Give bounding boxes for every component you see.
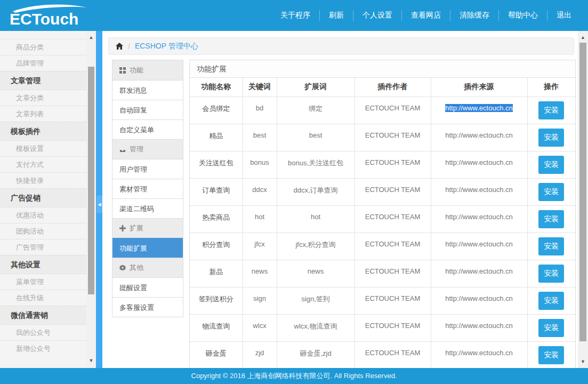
operation-cell: 安装 bbox=[527, 287, 575, 314]
header-menu-help-center[interactable]: 帮助中心 bbox=[499, 11, 547, 20]
kw-cell: zjd bbox=[243, 341, 277, 368]
column-header: 功能名称 bbox=[190, 78, 243, 97]
scroll-up-icon[interactable]: ▲ bbox=[578, 34, 588, 41]
name-cell: 订单查询 bbox=[190, 178, 243, 205]
ext-cell: hot bbox=[277, 205, 355, 233]
sidebar-item-groupbuy-activities[interactable]: 团购活动 bbox=[0, 223, 86, 239]
name-cell: 新品 bbox=[190, 260, 243, 287]
sidebar-item-quick-login[interactable]: 快捷登录 bbox=[0, 172, 86, 188]
kw-cell: best bbox=[243, 124, 277, 151]
column-header: 插件作者 bbox=[355, 78, 431, 97]
source-text: http://www.ectouch.cn bbox=[445, 349, 512, 357]
submenu-group-label: 功能 bbox=[130, 66, 143, 75]
header-menu-about-program[interactable]: 关于程序 bbox=[271, 11, 319, 20]
table-row: 关注送红包bonusbonus,关注送红包ECTOUCH TEAMhttp://… bbox=[190, 151, 575, 178]
submenu-item-material-management[interactable]: 素材管理 bbox=[112, 179, 183, 198]
ext-cell: ddcx,订单查询 bbox=[277, 178, 355, 205]
install-button[interactable]: 安装 bbox=[538, 346, 564, 364]
sidebar-item-goods-category[interactable]: 商品分类 bbox=[0, 39, 86, 55]
sidebar-item-brand-management[interactable]: 品牌管理 bbox=[0, 55, 86, 71]
operation-cell: 安装 bbox=[527, 233, 575, 260]
scroll-down-icon[interactable]: ▼ bbox=[86, 357, 96, 364]
author-cell: ECTOUCH TEAM bbox=[355, 205, 431, 233]
breadcrumb: / ECSHOP 管理中心 bbox=[108, 37, 574, 55]
sidebar-item-ad-management[interactable]: 广告管理 bbox=[0, 239, 86, 255]
scroll-down-icon[interactable]: ▼ bbox=[578, 358, 588, 365]
sidebar-scrollbar-thumb[interactable] bbox=[88, 67, 94, 294]
install-button[interactable]: 安装 bbox=[538, 210, 564, 228]
submenu-group-label: 其他 bbox=[130, 263, 143, 273]
submenu-group-label: 扩展 bbox=[130, 223, 143, 233]
plus-icon bbox=[119, 225, 126, 231]
install-button[interactable]: 安装 bbox=[538, 183, 564, 201]
install-button[interactable]: 安装 bbox=[538, 101, 564, 119]
submenu-item-user-management[interactable]: 用户管理 bbox=[112, 159, 183, 179]
submenu-item-multi-service-settings[interactable]: 多客服设置 bbox=[112, 297, 183, 317]
install-button[interactable]: 安装 bbox=[538, 292, 564, 310]
submenu-group-management: 管理 bbox=[112, 139, 183, 159]
app-window: ECTouch 关于程序刷新个人设置查看网店清除缓存帮助中心退出 商品设置 商品… bbox=[0, 0, 588, 384]
submenu-item-channel-qrcode[interactable]: 渠道二维码 bbox=[112, 198, 183, 218]
breadcrumb-separator: / bbox=[128, 42, 130, 51]
sidebar-group-template-plugins: 模板插件 bbox=[0, 122, 86, 140]
ext-cell: 砸金蛋,zjd bbox=[277, 341, 355, 368]
logo-text: ECTouch bbox=[10, 10, 78, 28]
install-button[interactable]: 安装 bbox=[538, 237, 564, 255]
name-cell: 会员绑定 bbox=[190, 97, 243, 124]
column-header: 扩展词 bbox=[277, 78, 355, 97]
install-button[interactable]: 安装 bbox=[538, 129, 564, 147]
sidebar-item-my-official-account[interactable]: 我的公众号 bbox=[0, 324, 86, 340]
table-header-row: 功能名称关键词扩展词插件作者插件来源操作 bbox=[190, 78, 575, 97]
install-button[interactable]: 安装 bbox=[538, 265, 564, 283]
header-menu-refresh[interactable]: 刷新 bbox=[320, 11, 353, 20]
sidebar-scrollbar[interactable]: ▲ ▼ bbox=[86, 31, 96, 368]
operation-cell: 安装 bbox=[527, 205, 575, 233]
source-text: http://www.ectouch.cn bbox=[445, 213, 512, 221]
submenu-item-mass-message[interactable]: 群发消息 bbox=[112, 80, 183, 100]
sidebar-item-article-list[interactable]: 文章列表 bbox=[0, 106, 86, 122]
source-text: http://www.ectouch.cn bbox=[445, 294, 512, 302]
author-cell: ECTOUCH TEAM bbox=[355, 178, 431, 205]
submenu-item-auto-reply[interactable]: 自动回复 bbox=[112, 100, 183, 119]
submenu-item-custom-menu[interactable]: 自定义菜单 bbox=[112, 119, 183, 139]
source-text: http://www.ectouch.cn bbox=[445, 322, 512, 330]
author-cell: ECTOUCH TEAM bbox=[355, 97, 431, 124]
breadcrumb-link[interactable]: ECSHOP 管理中心 bbox=[135, 42, 198, 51]
source-text: http://www.ectouch.cn bbox=[445, 240, 512, 248]
main-content: / ECSHOP 管理中心 功能群发消息自动回复自定义菜单管理用户管理素材管理渠… bbox=[102, 31, 578, 368]
source-cell: http://www.ectouch.cn bbox=[431, 151, 527, 178]
sidebar-item-article-category[interactable]: 文章分类 bbox=[0, 90, 86, 106]
sidebar-item-partial[interactable]: 商品设置 bbox=[0, 31, 86, 39]
sidebar-item-online-upgrade[interactable]: 在线升级 bbox=[0, 290, 86, 306]
install-button[interactable]: 安装 bbox=[538, 156, 564, 174]
source-cell: http://www.ectouch.cn bbox=[431, 178, 527, 205]
header-menu-view-shop[interactable]: 查看网店 bbox=[402, 11, 450, 20]
install-button[interactable]: 安装 bbox=[538, 319, 564, 337]
sidebar-item-payment-methods[interactable]: 支付方式 bbox=[0, 156, 86, 172]
source-cell: http://www.ectouch.cn bbox=[431, 205, 527, 233]
kw-cell: sign bbox=[243, 287, 277, 314]
kw-cell: bonus bbox=[243, 151, 277, 178]
ext-cell: wlcx,物流查询 bbox=[277, 314, 355, 341]
sidebar-item-add-official-account[interactable]: 新增公众号 bbox=[0, 340, 86, 356]
sidebar-list: 商品分类品牌管理文章管理文章分类文章列表模板插件模板设置支付方式快捷登录广告促销… bbox=[0, 39, 86, 356]
header-menu-personal-settings[interactable]: 个人设置 bbox=[353, 11, 401, 20]
content-scrollbar[interactable]: ▲ ▼ bbox=[578, 31, 588, 368]
sidebar: 商品设置 商品分类品牌管理文章管理文章分类文章列表模板插件模板设置支付方式快捷登… bbox=[0, 31, 86, 368]
scroll-up-icon[interactable]: ▲ bbox=[86, 34, 96, 41]
source-cell: http://www.ectouch.cn bbox=[431, 124, 527, 151]
content-scrollbar-thumb[interactable] bbox=[579, 43, 586, 341]
name-cell: 精品 bbox=[190, 124, 243, 151]
kw-cell: ddcx bbox=[243, 178, 277, 205]
submenu: 功能群发消息自动回复自定义菜单管理用户管理素材管理渠道二维码扩展功能扩展其他提醒… bbox=[112, 60, 183, 317]
submenu-item-reminder-settings[interactable]: 提醒设置 bbox=[112, 277, 183, 297]
source-cell: http://www.ectouch.cn bbox=[431, 233, 527, 260]
submenu-item-function-extension[interactable]: 功能扩展 bbox=[112, 238, 183, 258]
ext-cell: news bbox=[277, 260, 355, 287]
header-menu-clear-cache[interactable]: 清除缓存 bbox=[450, 11, 498, 20]
home-icon[interactable] bbox=[116, 43, 123, 50]
sidebar-item-template-settings[interactable]: 模板设置 bbox=[0, 140, 86, 156]
header-menu-logout[interactable]: 退出 bbox=[547, 11, 581, 20]
sidebar-item-discount-activities[interactable]: 优惠活动 bbox=[0, 207, 86, 223]
sidebar-item-menu-management[interactable]: 菜单管理 bbox=[0, 274, 86, 290]
